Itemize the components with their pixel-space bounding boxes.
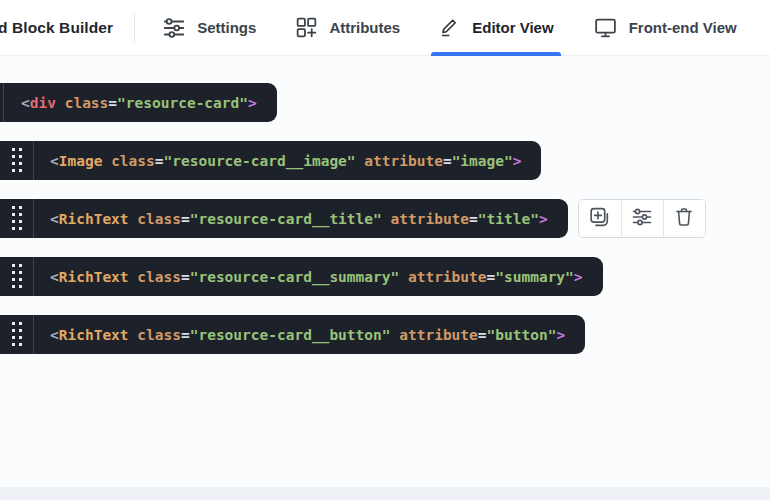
drag-handle[interactable]: [0, 315, 33, 354]
sliders-icon: [161, 15, 187, 41]
block-code: <RichText class="resource-card__summary"…: [34, 257, 603, 296]
bottom-strip: [0, 487, 770, 500]
block-toolbar: [578, 199, 706, 238]
block-image[interactable]: <Image class="resource-card__image" attr…: [0, 141, 541, 180]
trash-icon: [672, 205, 696, 232]
grip-dots-icon: [12, 264, 22, 289]
tab-label: Front-end View: [629, 19, 737, 36]
pencil-icon: [438, 16, 462, 40]
grip-dots-icon: [12, 322, 22, 347]
drag-handle[interactable]: [0, 199, 33, 238]
block-div-resource-card[interactable]: <div class="resource-card">: [0, 83, 277, 122]
grip-dots-icon: [12, 148, 22, 173]
block-row: <Image class="resource-card__image" attr…: [0, 141, 770, 180]
block-richtext-button[interactable]: <RichText class="resource-card__button" …: [0, 315, 585, 354]
block-settings-button[interactable]: [621, 200, 663, 237]
tab-settings[interactable]: Settings: [161, 0, 256, 55]
topbar-divider: [134, 13, 135, 43]
block-row: <RichText class="resource-card__button" …: [0, 315, 770, 354]
drag-handle[interactable]: [0, 257, 33, 296]
block-row: <div class="resource-card">: [0, 83, 770, 122]
sliders-icon: [630, 205, 654, 232]
block-row: <RichText class="resource-card__title" a…: [0, 199, 770, 238]
topbar: d Block Builder Settings: [0, 0, 770, 56]
block-row: <RichText class="resource-card__summary"…: [0, 257, 770, 296]
tab-front-end-view[interactable]: Front-end View: [592, 0, 737, 55]
app-title: d Block Builder: [0, 19, 113, 37]
tab-bar: Settings Attributes: [161, 0, 770, 55]
block-builder-app: d Block Builder Settings: [0, 0, 770, 500]
duplicate-plus-icon: [587, 205, 612, 233]
duplicate-button[interactable]: [579, 200, 621, 237]
block-code: <RichText class="resource-card__button" …: [34, 315, 585, 354]
drag-handle[interactable]: [0, 141, 33, 180]
grip-dots-icon: [12, 206, 22, 231]
block-richtext-summary[interactable]: <RichText class="resource-card__summary"…: [0, 257, 603, 296]
editor-canvas: <div class="resource-card"> <Image class…: [0, 56, 770, 354]
tab-label: Editor View: [472, 19, 553, 36]
block-code: <Image class="resource-card__image" attr…: [34, 141, 541, 180]
grid-plus-icon: [294, 15, 319, 40]
block-richtext-title[interactable]: <RichText class="resource-card__title" a…: [0, 199, 568, 238]
tab-editor-view[interactable]: Editor View: [438, 0, 553, 55]
delete-button[interactable]: [663, 200, 705, 237]
tab-label: Attributes: [329, 19, 400, 36]
block-code: <RichText class="resource-card__title" a…: [34, 199, 568, 238]
block-code: <div class="resource-card">: [4, 83, 277, 122]
tab-attributes[interactable]: Attributes: [294, 0, 400, 55]
tab-label: Settings: [197, 19, 256, 36]
monitor-icon: [592, 15, 619, 40]
